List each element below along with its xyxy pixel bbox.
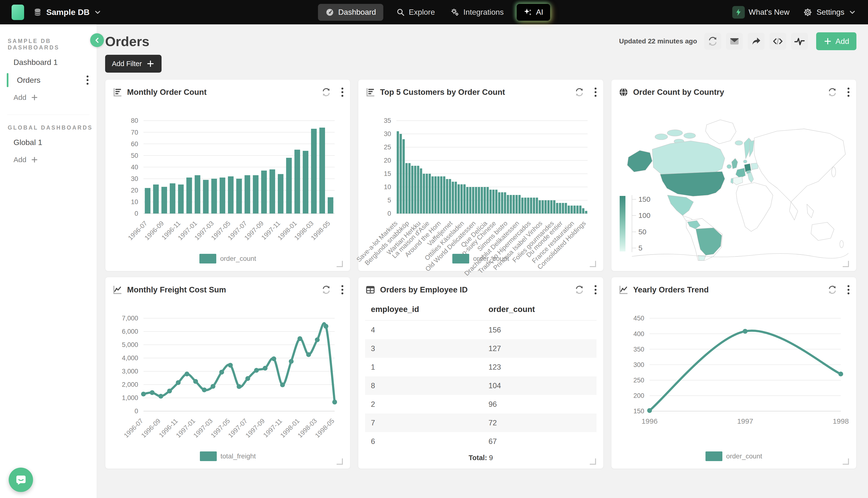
table-cell: 123 (483, 358, 597, 376)
email-subscription-button[interactable] (726, 33, 743, 50)
chart-legend: order_count (365, 254, 596, 263)
kebab-menu-icon[interactable] (341, 88, 343, 97)
plus-icon (823, 37, 832, 45)
sidebar-item-label: Orders (17, 76, 41, 85)
database-icon (33, 8, 42, 17)
gear-icon (803, 8, 813, 17)
svg-text:1996-09: 1996-09 (140, 417, 162, 439)
embed-code-button[interactable] (769, 33, 786, 50)
total-value: 9 (489, 454, 493, 461)
sidebar-section-title: GLOBAL DASHBOARDS (0, 124, 97, 133)
kebab-menu-icon[interactable] (847, 285, 850, 294)
svg-text:1,000: 1,000 (122, 394, 138, 402)
refresh-icon[interactable] (827, 87, 837, 97)
world-map: 150 100 50 5 (618, 99, 850, 265)
table-cell: 4 (365, 320, 483, 339)
line-chart-icon (112, 285, 123, 295)
app-root: Sample DB Dashboard Explore Integrations… (0, 0, 868, 498)
resize-handle[interactable] (337, 458, 343, 465)
table-row[interactable]: 8104 (365, 376, 596, 395)
resize-handle[interactable] (590, 261, 596, 267)
table-row[interactable]: 667 (365, 432, 596, 451)
column-header-order-count[interactable]: order_count (483, 299, 597, 320)
chat-launcher-button[interactable] (9, 468, 33, 492)
resize-handle[interactable] (843, 261, 849, 267)
whats-new-button[interactable]: What's New (732, 6, 790, 18)
refresh-button[interactable] (704, 33, 721, 50)
svg-text:1997-03: 1997-03 (192, 417, 214, 439)
kebab-menu-icon[interactable] (341, 285, 343, 294)
share-icon (750, 36, 762, 47)
refresh-icon[interactable] (574, 285, 584, 295)
svg-text:50: 50 (131, 152, 138, 159)
refresh-icon[interactable] (321, 87, 331, 97)
refresh-icon (707, 36, 718, 47)
resize-handle[interactable] (337, 261, 343, 267)
add-filter-button[interactable]: Add Filter (105, 55, 162, 73)
resize-handle[interactable] (590, 458, 596, 465)
world-map-canvas (618, 99, 850, 265)
sidebar: SAMPLE DB DASHBOARDS Dashboard 1 Orders … (0, 24, 97, 498)
table-row[interactable]: 772 (365, 414, 596, 432)
table-row[interactable]: 3127 (365, 339, 596, 358)
share-button[interactable] (748, 33, 764, 50)
table-cell: 6 (365, 432, 483, 451)
card-title: Monthly Order Count (127, 88, 207, 97)
table-row[interactable]: 296 (365, 395, 596, 414)
kebab-menu-icon[interactable] (86, 76, 89, 85)
nav-ai[interactable]: AI (517, 4, 550, 21)
sidebar-item-global-1[interactable]: Global 1 (0, 133, 97, 151)
table-row[interactable]: 4156 (365, 320, 596, 339)
bar-chart-icon (365, 87, 376, 97)
nav-dashboard[interactable]: Dashboard (318, 4, 383, 21)
workspace-switcher[interactable]: Sample DB (33, 8, 102, 17)
sidebar-section-title: SAMPLE DB DASHBOARDS (0, 38, 97, 53)
add-label: Add (14, 93, 26, 102)
sidebar-collapse-button[interactable] (90, 33, 104, 47)
svg-text:70: 70 (131, 129, 138, 136)
refresh-icon[interactable] (574, 87, 584, 97)
legend-label: order_count (473, 255, 509, 263)
refresh-icon[interactable] (321, 285, 331, 295)
nav-label: Integrations (463, 8, 504, 17)
kebab-menu-icon[interactable] (595, 88, 597, 97)
svg-text:450: 450 (633, 315, 644, 322)
sidebar-add-dashboard[interactable]: Add (0, 89, 97, 106)
plus-icon (31, 156, 38, 163)
sidebar-item-label: Global 1 (14, 138, 42, 147)
chart-legend: order_count (112, 254, 343, 263)
bar-chart-icon (112, 87, 123, 97)
kebab-menu-icon[interactable] (595, 285, 597, 294)
svg-text:300: 300 (633, 361, 644, 368)
gears-icon (450, 8, 460, 17)
chat-bubble-icon (14, 473, 27, 486)
refresh-icon[interactable] (827, 285, 837, 295)
add-card-button[interactable]: Add (816, 32, 856, 50)
sparkle-icon (524, 8, 533, 17)
app-logo[interactable] (12, 4, 24, 20)
svg-text:350: 350 (633, 346, 644, 353)
activity-pulse-icon (794, 36, 805, 47)
workspace-name: Sample DB (46, 8, 90, 17)
sidebar-item-dashboard-1[interactable]: Dashboard 1 (0, 53, 97, 71)
column-header-employee-id[interactable]: employee_id (365, 299, 483, 320)
table-total: Total: 9 (365, 454, 596, 462)
table-row[interactable]: 1123 (365, 358, 596, 376)
chart-legend: order_count (618, 451, 850, 461)
resize-handle[interactable] (843, 458, 849, 465)
kebab-menu-icon[interactable] (847, 88, 850, 97)
freight-canvas: 01,0002,0003,0004,0005,0006,0007,0001996… (112, 297, 343, 451)
sidebar-item-orders[interactable]: Orders (0, 71, 97, 89)
settings-menu[interactable]: Settings (803, 8, 856, 17)
yearly-trend-chart: 150200250300350400450199619971998 (618, 297, 850, 451)
table-icon (365, 285, 376, 295)
nav-explore[interactable]: Explore (394, 4, 437, 21)
nav-integrations[interactable]: Integrations (448, 4, 506, 21)
svg-text:1997-07: 1997-07 (227, 417, 249, 439)
sidebar-add-global-dashboard[interactable]: Add (0, 151, 97, 168)
activity-button[interactable] (791, 33, 808, 50)
top-customers-chart: 05101520253035Save-a-lot MarketsBerglund… (365, 99, 596, 253)
add-button-label: Add (836, 37, 849, 46)
chart-legend: total_freight (112, 451, 343, 461)
plus-icon (31, 94, 38, 101)
